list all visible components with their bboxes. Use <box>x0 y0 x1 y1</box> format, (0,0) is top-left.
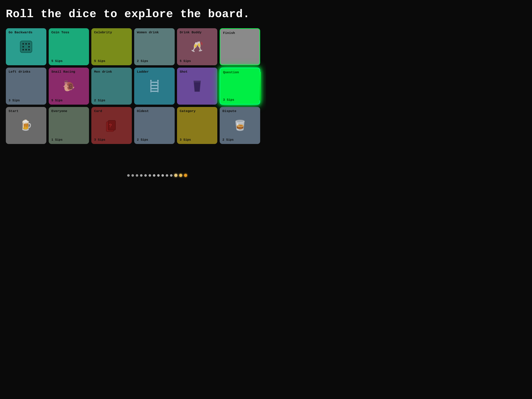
tile-sips-card: 3 Sips <box>94 138 129 142</box>
tile-title-category: Category <box>180 109 215 113</box>
tile-title-dispute: Dispute <box>222 109 257 113</box>
tile-icon-start: 🍺 <box>9 113 44 138</box>
tile-title-ladder: Ladder <box>137 70 172 74</box>
tile-shot[interactable]: Shot <box>177 68 217 105</box>
tile-ladder[interactable]: Ladder <box>134 68 175 105</box>
tile-women-drink[interactable]: Women drink2 Sips <box>134 28 175 65</box>
tile-sips-everyone: 1 Sips <box>51 138 86 142</box>
game-board: Go Backwards Coin Toss5 SipsCelebrity5 S… <box>0 24 266 150</box>
tile-dispute[interactable]: Dispute🥃2 Sips <box>220 107 260 144</box>
svg-rect-11 <box>150 82 159 83</box>
player-path-dots <box>127 174 187 177</box>
svg-rect-0 <box>20 41 32 53</box>
tile-category[interactable]: Category3 Sips <box>177 107 217 144</box>
tile-title-celebrity: Celebrity <box>94 31 129 34</box>
tile-title-oldest: Oldest <box>137 109 172 113</box>
svg-rect-15 <box>194 81 201 82</box>
header: Roll the dice to explore the board. <box>0 0 266 24</box>
tile-icon-ladder <box>137 74 172 98</box>
tile-title-coin-toss: Coin Toss <box>51 31 86 34</box>
tile-icon-women-drink <box>137 34 172 59</box>
tile-title-snail-racing: Snail Racing <box>51 70 86 74</box>
tile-icon-question <box>223 74 257 98</box>
tile-sips-drink-buddy: 5 Sips <box>180 59 215 63</box>
tile-title-card: Card <box>94 109 129 113</box>
tile-icon-card: ? <box>94 113 129 138</box>
svg-point-7 <box>25 49 27 51</box>
tile-finish[interactable]: Finish <box>220 28 260 65</box>
tile-sips-celebrity: 5 Sips <box>94 59 129 63</box>
tile-left-drinks[interactable]: Left drinks3 Sips <box>6 68 46 105</box>
svg-point-4 <box>22 46 24 48</box>
tile-title-finish: Finish <box>223 31 257 35</box>
tile-title-go-backwards: Go Backwards <box>9 31 44 34</box>
tile-coin-toss[interactable]: Coin Toss5 Sips <box>49 28 89 65</box>
svg-point-3 <box>28 43 30 45</box>
tile-sips-oldest: 2 Sips <box>137 138 172 142</box>
tile-icon-drink-buddy: 🥂 <box>180 34 215 59</box>
tile-oldest[interactable]: Oldest2 Sips <box>134 107 175 144</box>
tile-sips-snail-racing: 5 Sips <box>51 99 86 102</box>
svg-point-8 <box>28 49 30 51</box>
svg-point-5 <box>28 46 30 48</box>
tile-icon-celebrity <box>94 34 129 59</box>
svg-rect-13 <box>150 88 159 89</box>
tile-sips-dispute: 2 Sips <box>222 138 257 142</box>
tile-title-shot: Shot <box>180 70 215 74</box>
tile-title-drink-buddy: Drink Buddy <box>180 31 215 34</box>
tile-go-backwards[interactable]: Go Backwards <box>6 28 46 65</box>
tile-start[interactable]: Start🍺 <box>6 107 46 144</box>
tile-sips-coin-toss: 5 Sips <box>51 59 86 63</box>
tile-celebrity[interactable]: Celebrity5 Sips <box>91 28 132 65</box>
tile-title-everyone: Everyone <box>51 109 86 113</box>
tile-icon-shot <box>180 74 215 98</box>
tile-icon-snail-racing: 🐌 <box>51 74 86 99</box>
tile-sips-category: 3 Sips <box>180 138 215 142</box>
tile-sips-women-drink: 2 Sips <box>137 59 172 63</box>
tile-title-question: Question <box>223 71 257 74</box>
tile-icon-coin-toss <box>51 34 86 59</box>
tile-icon-category <box>180 113 215 138</box>
tile-icon-finish <box>223 35 257 58</box>
tile-icon-go-backwards <box>9 34 44 59</box>
tile-icon-left-drinks <box>9 74 44 99</box>
tile-sips-men-drink: 2 Sips <box>94 99 129 102</box>
tile-card[interactable]: Card ? 3 Sips <box>91 107 132 144</box>
tile-icon-men-drink <box>94 74 129 99</box>
tile-everyone[interactable]: Everyone1 Sips <box>49 107 89 144</box>
tile-snail-racing[interactable]: Snail Racing🐌5 Sips <box>49 68 89 105</box>
svg-point-6 <box>22 49 24 51</box>
svg-rect-14 <box>150 90 159 92</box>
tile-title-start: Start <box>9 109 44 113</box>
tile-title-left-drinks: Left drinks <box>9 70 44 74</box>
svg-point-2 <box>25 43 27 45</box>
tile-title-men-drink: Men drink <box>94 70 129 74</box>
tile-sips-question: 3 Sips <box>223 98 257 102</box>
tile-question[interactable]: Question3 Sips <box>220 68 260 105</box>
tile-drink-buddy[interactable]: Drink Buddy🥂5 Sips <box>177 28 217 65</box>
tile-men-drink[interactable]: Men drink2 Sips <box>91 68 132 105</box>
page-title: Roll the dice to explore the board. <box>6 8 260 20</box>
svg-point-1 <box>22 43 24 45</box>
svg-rect-12 <box>150 85 159 86</box>
tile-sips-left-drinks: 3 Sips <box>9 99 44 102</box>
tile-icon-dispute: 🥃 <box>222 113 257 138</box>
tile-title-women-drink: Women drink <box>137 31 172 34</box>
tile-icon-everyone <box>51 113 86 138</box>
svg-text:?: ? <box>109 123 112 129</box>
tile-icon-oldest <box>137 113 172 138</box>
